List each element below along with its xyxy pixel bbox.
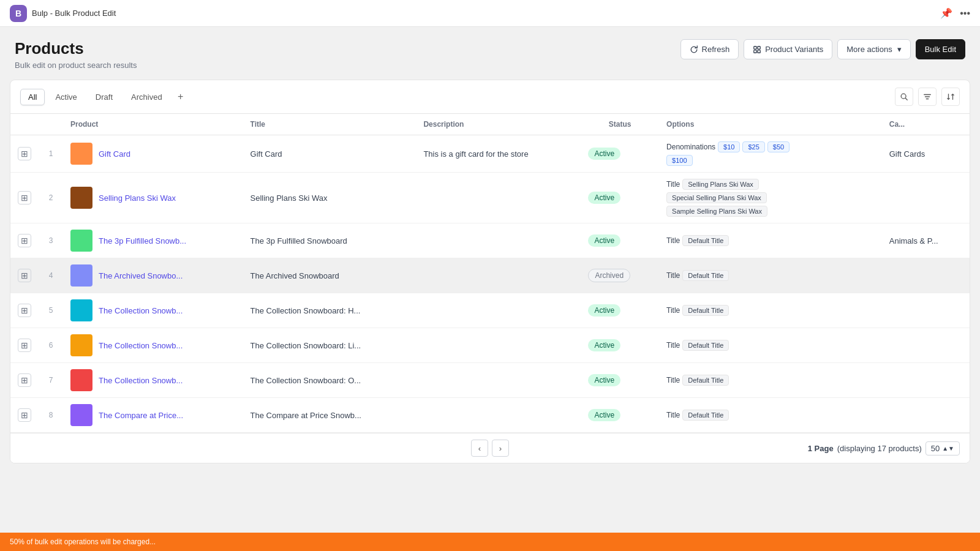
product-link[interactable]: The 3p Fulfilled Snowb... bbox=[99, 236, 186, 246]
category-cell bbox=[882, 398, 970, 433]
status-cell: Active bbox=[581, 135, 659, 173]
bulk-edit-button[interactable]: Bulk Edit bbox=[916, 39, 965, 59]
row-num: 3 bbox=[39, 223, 63, 258]
col-status: Status bbox=[581, 114, 659, 135]
product-link[interactable]: The Archived Snowbo... bbox=[99, 271, 183, 280]
product-link[interactable]: Gift Card bbox=[99, 149, 130, 159]
title-cell: The Collection Snowboard: Li... bbox=[243, 328, 417, 363]
expand-button[interactable]: ⊞ bbox=[18, 147, 31, 160]
title-cell: The Collection Snowboard: H... bbox=[243, 293, 417, 328]
product-link[interactable]: The Compare at Price... bbox=[99, 411, 183, 420]
product-thumbnail bbox=[70, 369, 92, 391]
product-link[interactable]: The Collection Snowb... bbox=[99, 306, 183, 315]
top-bar: B Bulp - Bulk Product Edit 📌 ••• bbox=[0, 0, 980, 27]
page-header: Products Bulk edit on product search res… bbox=[0, 27, 980, 80]
product-cell: The Collection Snowb... bbox=[63, 328, 243, 363]
expand-col: ⊞ bbox=[10, 135, 39, 173]
product-cell: Selling Plans Ski Wax bbox=[63, 173, 243, 223]
table-row: ⊞ 1 Gift Card Gift Card This is a gift c… bbox=[10, 135, 970, 173]
title-cell: Selling Plans Ski Wax bbox=[243, 173, 417, 223]
table-row: ⊞ 2 Selling Plans Ski Wax Selling Plans … bbox=[10, 173, 970, 223]
category-cell bbox=[882, 328, 970, 363]
product-cell: The Collection Snowb... bbox=[63, 293, 243, 328]
options-cell: TitleDefault Title bbox=[659, 293, 882, 328]
more-options-icon[interactable]: ••• bbox=[960, 8, 970, 19]
product-cell: The 3p Fulfilled Snowb... bbox=[63, 223, 243, 258]
sort-icon bbox=[946, 92, 955, 101]
tab-active[interactable]: Active bbox=[47, 89, 85, 105]
table-row: ⊞ 3 The 3p Fulfilled Snowb... The 3p Ful… bbox=[10, 223, 970, 258]
filter-button[interactable] bbox=[918, 88, 937, 106]
next-page-button[interactable]: › bbox=[492, 440, 509, 457]
expand-button[interactable]: ⊞ bbox=[18, 269, 31, 282]
expand-button[interactable]: ⊞ bbox=[18, 373, 31, 387]
product-thumbnail bbox=[70, 187, 92, 209]
tab-archived[interactable]: Archived bbox=[123, 89, 170, 105]
status-cell: Active bbox=[581, 363, 659, 398]
options-cell: TitleDefault Title bbox=[659, 258, 882, 293]
category-cell bbox=[882, 363, 970, 398]
title-cell: Gift Card bbox=[243, 135, 417, 173]
expand-button[interactable]: ⊞ bbox=[18, 339, 31, 352]
product-variants-button[interactable]: Product Variants bbox=[744, 39, 832, 59]
description-cell: This is a gift card for the store bbox=[416, 135, 581, 173]
category-cell bbox=[882, 258, 970, 293]
tabs-right bbox=[895, 88, 960, 106]
variants-icon bbox=[753, 45, 761, 54]
expand-button[interactable]: ⊞ bbox=[18, 234, 31, 247]
prev-page-button[interactable]: ‹ bbox=[471, 440, 488, 457]
add-tab-button[interactable]: + bbox=[173, 89, 189, 105]
svg-rect-0 bbox=[754, 46, 756, 48]
col-num bbox=[39, 114, 63, 135]
sort-button[interactable] bbox=[941, 88, 960, 106]
product-thumbnail bbox=[70, 143, 92, 165]
expand-col: ⊞ bbox=[10, 328, 39, 363]
products-table-wrapper: Product Title Description Status Options… bbox=[10, 114, 970, 433]
expand-col: ⊞ bbox=[10, 363, 39, 398]
table-row: ⊞ 8 The Compare at Price... The Compare … bbox=[10, 398, 970, 433]
tab-draft[interactable]: Draft bbox=[88, 89, 121, 105]
col-category: Ca... bbox=[882, 114, 970, 135]
row-num: 4 bbox=[39, 258, 63, 293]
table-row: ⊞ 6 The Collection Snowb... The Collecti… bbox=[10, 328, 970, 363]
table-footer: ‹ › 1 Page (displaying 17 products) 50 ▲… bbox=[10, 433, 970, 463]
product-cell: The Collection Snowb... bbox=[63, 363, 243, 398]
per-page-select[interactable]: 50 ▲▼ bbox=[925, 441, 960, 455]
expand-col: ⊞ bbox=[10, 173, 39, 223]
header-left: Products Bulk edit on product search res… bbox=[15, 39, 680, 70]
product-thumbnail bbox=[70, 264, 92, 287]
product-cell: The Archived Snowbo... bbox=[63, 258, 243, 293]
refresh-button[interactable]: Refresh bbox=[680, 39, 739, 59]
more-actions-button[interactable]: More actions bbox=[837, 39, 910, 59]
main-content: All Active Draft Archived + bbox=[10, 80, 970, 463]
product-link[interactable]: The Collection Snowb... bbox=[99, 341, 183, 350]
status-cell: Archived bbox=[581, 258, 659, 293]
pin-icon[interactable]: 📌 bbox=[940, 7, 952, 19]
product-link[interactable]: The Collection Snowb... bbox=[99, 376, 183, 385]
description-cell bbox=[416, 258, 581, 293]
product-thumbnail bbox=[70, 230, 92, 252]
col-product: Product bbox=[63, 114, 243, 135]
product-link[interactable]: Selling Plans Ski Wax bbox=[99, 193, 176, 203]
product-cell: The Compare at Price... bbox=[63, 398, 243, 433]
expand-col: ⊞ bbox=[10, 258, 39, 293]
status-cell: Active bbox=[581, 223, 659, 258]
status-cell: Active bbox=[581, 398, 659, 433]
status-cell: Active bbox=[581, 173, 659, 223]
category-cell: Animals & P... bbox=[882, 223, 970, 258]
search-button[interactable] bbox=[895, 88, 913, 106]
tab-all[interactable]: All bbox=[20, 89, 45, 105]
col-description: Description bbox=[416, 114, 581, 135]
product-thumbnail bbox=[70, 299, 92, 321]
expand-button[interactable]: ⊞ bbox=[18, 304, 31, 317]
expand-button[interactable]: ⊞ bbox=[18, 408, 31, 422]
options-cell: TitleDefault Title bbox=[659, 363, 882, 398]
svg-rect-2 bbox=[754, 50, 756, 52]
svg-rect-3 bbox=[758, 50, 760, 52]
description-cell bbox=[416, 363, 581, 398]
options-cell: Denominations$10$25$50$100 bbox=[659, 135, 882, 173]
product-cell: Gift Card bbox=[63, 135, 243, 173]
status-badge: Active bbox=[588, 304, 620, 317]
row-num: 5 bbox=[39, 293, 63, 328]
expand-button[interactable]: ⊞ bbox=[18, 191, 31, 204]
